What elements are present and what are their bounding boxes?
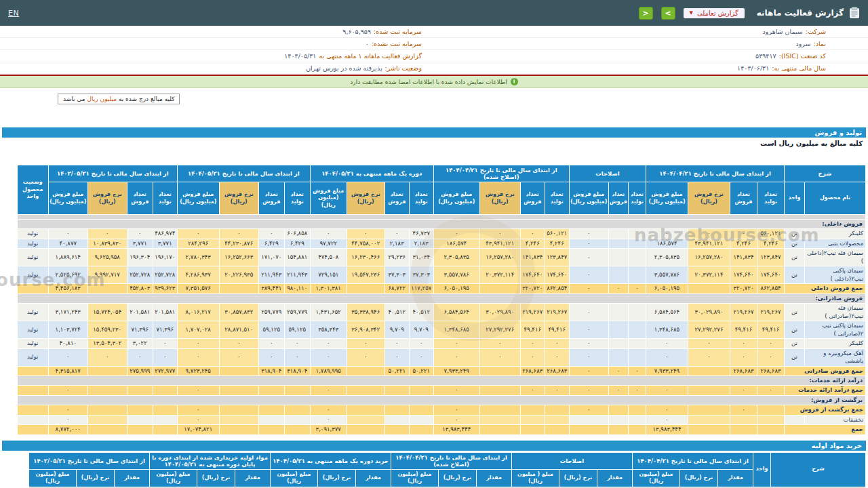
symbol-value: سرود [796,40,811,47]
value-cell: ۱۶,۲۵۷,۲۸۰ [479,249,520,266]
previous-report-button[interactable]: < [639,7,653,20]
value-cell: ۱۷۱,۰۷۰ [258,249,284,266]
value-cell [629,425,646,434]
value-cell: ۰ [730,229,757,239]
value-cell: ۰ [87,229,127,239]
value-cell: ۸,۷۷۲,۰۰۰ [48,425,87,434]
report-type-dropdown[interactable]: گزارش تعاملی ▼ [684,8,745,18]
value-cell: ۶,۴۲۹ [258,239,284,248]
product-status-cell [17,284,48,293]
value-cell: ۰ [646,386,688,395]
value-cell: ۰ [569,386,608,395]
value-cell: ۱۰,۸۳۹,۸۳۰ [87,239,127,248]
value-cell: ۰ [310,415,347,424]
value-cell: ۵۶۰,۱۲۱ [757,229,785,239]
value-cell [219,284,258,293]
value-cell: ۰ [608,284,628,293]
product-status-cell: تولید [17,229,48,239]
value-cell: ۶,۰۵۰,۱۹۵ [433,284,479,293]
value-cell [347,425,384,434]
value-cell: ۲۱۹,۲۶۷ [520,304,545,321]
row-label: کلینکر [805,339,866,348]
value-cell: ۲۵۲,۷۲۸ [153,266,177,284]
value-cell: ۴,۲۴۶ [730,239,757,248]
english-language-link[interactable]: EN [8,9,19,18]
value-cell: ۲۶۸,۶۸۳ [757,366,785,375]
value-cell: ۰ [409,339,433,348]
value-cell: ۳۰,۰۲۹,۸۹۰ [688,304,730,321]
value-cell: ۱۵,۷۲۴,۰۵۴ [87,304,127,321]
value-cell: ۱۳,۵۰۴,۳۰۲ [87,339,127,348]
value-cell: ۱۷۴,۶۴۰ [757,266,785,284]
value-cell: ۲۶۸,۶۸۳ [520,366,545,375]
value-cell: ۴۰,۵۱۲ [409,304,433,321]
value-cell: ۰ [545,339,569,348]
unit-cell: تن [785,321,805,339]
value-cell: ۳۷,۳۰۳ [409,266,433,284]
value-cell: ۴۴,۷۵۸,۰۰۲ [347,239,384,248]
value-cell [629,249,646,266]
row-label: جمع درآمد ارائه خدمات [785,386,866,395]
value-cell [629,304,646,321]
value-cell: ۹۳۹,۶۲۳ [153,284,177,293]
value-cell [153,386,177,395]
value-cell: ۰ [569,249,608,266]
value-cell: ۰ [479,339,520,348]
value-cell: ۰ [646,348,688,366]
value-cell [608,348,628,366]
value-cell: ۷,۹۳۳,۲۴۹ [646,366,688,375]
row-label: جمع [785,425,866,434]
value-cell: ۰ [569,239,608,248]
value-cell: ۰ [757,339,785,348]
value-cell: ۰ [629,386,646,395]
value-cell: ۳۱,۰۳۴ [409,249,433,266]
value-cell [219,415,258,424]
value-cell [629,339,646,348]
value-cell: ۰ [569,266,608,284]
value-cell [545,425,569,434]
value-cell: ۰ [310,229,347,239]
value-cell [479,366,520,375]
value-cell: ۸,۰۱۶,۲۱۷ [177,304,219,321]
value-cell: ۳۲۰,۷۲۰ [730,284,757,293]
value-cell: ۷۱,۳۹۶ [153,321,177,339]
next-report-button[interactable]: > [661,7,675,20]
value-cell [688,386,730,395]
value-cell: ۲۷۵,۹۹۹ [127,366,153,375]
row-label: سیمان پاکتی تیپ ۲(صادراتی ) [805,321,866,339]
value-cell: ۰ [310,386,347,395]
column-header: نرخ فروش (ریال) [87,182,127,215]
value-cell [688,366,730,375]
value-cell: ۰ [177,348,219,366]
value-cell: ۰ [757,348,785,366]
column-header: نرخ فروش (ریال) [688,182,730,215]
value-cell [87,425,127,434]
column-header: نرخ (ریال) [559,469,597,487]
company-value: سیمان شاهرود [763,28,803,35]
value-cell: ۲۰,۳۷۲,۱۱۴ [688,266,730,284]
column-header: نرخ فروش (ریال) [479,182,520,215]
value-cell: ۰ [48,348,87,366]
value-cell: ۰ [177,229,219,239]
value-cell: ۳۱۸,۹۰۴ [284,366,310,375]
unit-cell: تن [785,266,805,284]
column-header: تعداد تولید [629,182,646,215]
value-cell: ۴۳,۹۴۱,۱۲۱ [479,239,520,248]
value-cell: ۸۶۲,۸۵۴ [545,284,569,293]
value-cell: ۲۱۹,۲۶۷ [757,304,785,321]
value-cell [384,425,409,434]
value-cell: ۲,۷۸۰,۳۴۳ [177,249,219,266]
value-cell [629,266,646,284]
value-cell: ۲۶۸,۶۸۳ [545,366,569,375]
value-cell: ۳۲۰,۷۲۰ [520,284,545,293]
report-period-label: گزارش فعالیت ماهانه ۱ ماهه منتهی به [319,52,422,60]
value-cell: ۳,۵۵۷,۷۸۶ [433,266,479,284]
value-cell: ۵۰,۲۲۱ [409,366,433,375]
product-status-cell [17,386,48,395]
value-cell: ۰ [177,339,219,348]
column-header: نرخ (ریال) [318,469,356,487]
value-cell: ۱۷۴,۶۴۰ [545,266,569,284]
column-header: شرح [771,452,866,487]
value-cell [284,415,310,424]
value-cell: ۰ [48,405,87,415]
